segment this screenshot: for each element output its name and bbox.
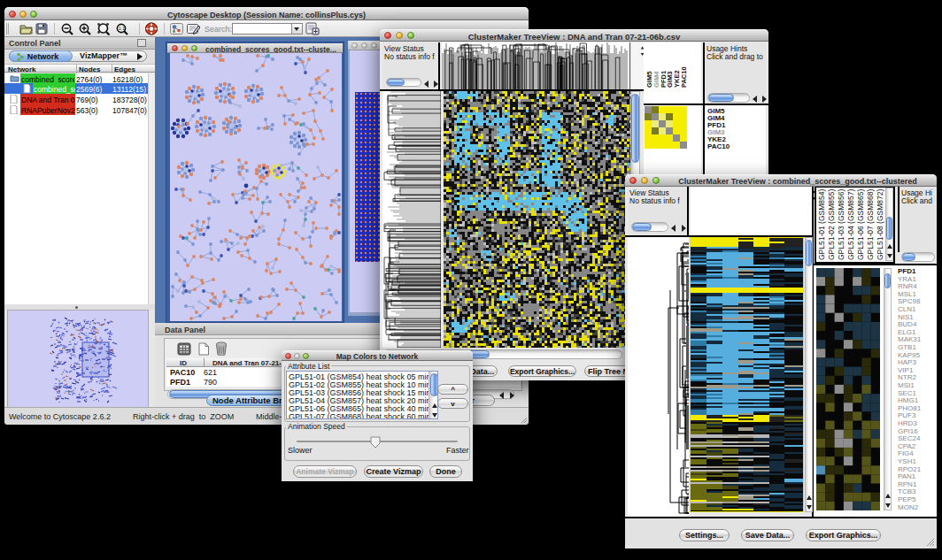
svg-text:1:1: 1:1 (119, 26, 125, 31)
